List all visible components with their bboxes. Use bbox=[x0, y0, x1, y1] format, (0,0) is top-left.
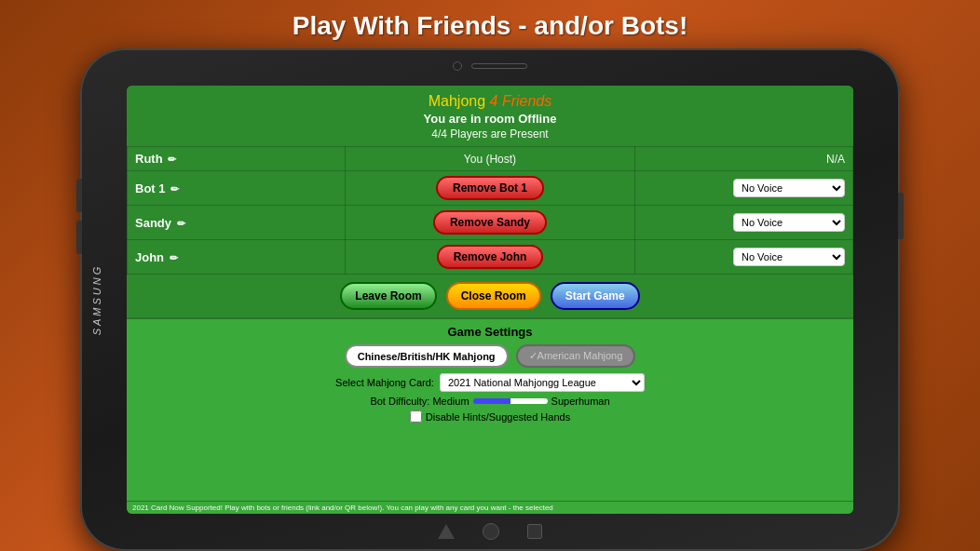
player-voice-ruth: N/A bbox=[635, 147, 853, 171]
hints-checkbox[interactable] bbox=[410, 410, 422, 423]
card-select-row: Select Mahjong Card: 2021 National Mahjo… bbox=[136, 373, 844, 392]
player-action-ruth: You (Host) bbox=[345, 147, 635, 171]
back-button[interactable] bbox=[438, 524, 455, 539]
phone-screen: Mahjong 4 Friends You are in room Offlin… bbox=[127, 86, 853, 514]
start-game-button[interactable]: Start Game bbox=[551, 282, 640, 310]
difficulty-right-label: Superhuman bbox=[551, 396, 610, 407]
app-content: Mahjong 4 Friends You are in room Offlin… bbox=[127, 86, 853, 514]
front-camera bbox=[453, 61, 462, 71]
player-action-sandy: Remove Sandy bbox=[345, 206, 635, 240]
volume-up-button[interactable] bbox=[76, 179, 82, 212]
american-mahjong-button[interactable]: ✓American Mahjong bbox=[516, 344, 636, 368]
page-title: Play With Friends - and/or Bots! bbox=[293, 0, 687, 48]
home-button[interactable] bbox=[483, 523, 499, 540]
remove-john-button[interactable]: Remove John bbox=[437, 245, 544, 269]
table-row: Bot 1 ✏ Remove Bot 1 No Voice bbox=[128, 171, 853, 206]
action-buttons-row: Leave Room Close Room Start Game bbox=[127, 275, 853, 317]
table-row: John ✏ Remove John No Voice bbox=[128, 240, 853, 275]
recents-button[interactable] bbox=[527, 524, 542, 539]
remove-bot1-button[interactable]: Remove Bot 1 bbox=[436, 176, 544, 200]
player-action-bot1: Remove Bot 1 bbox=[345, 171, 635, 206]
player-action-john: Remove John bbox=[345, 240, 635, 275]
difficulty-label: Bot Difficulty: Medium bbox=[370, 396, 469, 407]
difficulty-row: Bot Difficulty: Medium Superhuman bbox=[136, 396, 844, 407]
player-name-ruth: Ruth ✏ bbox=[128, 147, 346, 171]
voice-select-bot1[interactable]: No Voice bbox=[733, 179, 845, 197]
edit-icon-bot1[interactable]: ✏ bbox=[170, 183, 179, 195]
title-friends: 4 Friends bbox=[490, 93, 552, 109]
chinese-mahjong-button[interactable]: Chinese/British/HK Mahjong bbox=[345, 344, 509, 368]
room-info: You are in room Offline bbox=[136, 112, 844, 126]
remove-sandy-button[interactable]: Remove Sandy bbox=[433, 210, 547, 235]
edit-icon-sandy[interactable]: ✏ bbox=[177, 218, 185, 230]
host-label: You (Host) bbox=[464, 153, 516, 166]
player-name-sandy: Sandy ✏ bbox=[128, 206, 346, 240]
edit-icon-ruth[interactable]: ✏ bbox=[168, 154, 176, 166]
earpiece-speaker bbox=[471, 63, 527, 69]
hints-row: Disable Hints/Suggested Hands bbox=[136, 410, 844, 423]
bottom-note: 2021 Card Now Supported! Play with bots … bbox=[127, 501, 853, 514]
table-row: Sandy ✏ Remove Sandy No Voice bbox=[128, 206, 853, 240]
voice-select-sandy[interactable]: No Voice bbox=[733, 213, 845, 232]
close-room-button[interactable]: Close Room bbox=[446, 282, 541, 310]
top-sensors bbox=[453, 61, 527, 71]
na-text: N/A bbox=[826, 153, 845, 166]
player-voice-john: No Voice bbox=[635, 240, 853, 275]
voice-select-john[interactable]: No Voice bbox=[733, 248, 845, 266]
app-header: Mahjong 4 Friends You are in room Offlin… bbox=[127, 86, 853, 146]
power-button[interactable] bbox=[898, 193, 904, 239]
settings-section: Game Settings Chinese/British/HK Mahjong… bbox=[127, 317, 853, 501]
difficulty-slider[interactable] bbox=[473, 398, 548, 404]
app-title: Mahjong 4 Friends bbox=[136, 93, 844, 110]
player-name-john: John ✏ bbox=[128, 240, 346, 275]
leave-room-button[interactable]: Leave Room bbox=[340, 282, 436, 310]
settings-title: Game Settings bbox=[136, 325, 844, 339]
table-row: Ruth ✏ You (Host) N/A bbox=[128, 147, 853, 171]
phone-shell: SAMSUNG Mahjong 4 Friends bbox=[80, 48, 900, 551]
player-voice-bot1: No Voice bbox=[635, 171, 853, 206]
hints-label: Disable Hints/Suggested Hands bbox=[426, 411, 570, 423]
card-select-dropdown[interactable]: 2021 National Mahjongg League bbox=[440, 373, 645, 392]
card-select-label: Select Mahjong Card: bbox=[335, 377, 434, 388]
edit-icon-john[interactable]: ✏ bbox=[170, 252, 178, 264]
brand-label: SAMSUNG bbox=[91, 264, 102, 336]
title-mahjong: Mahjong bbox=[429, 93, 485, 109]
mahjong-type-row: Chinese/British/HK Mahjong ✓American Mah… bbox=[136, 344, 844, 368]
players-info: 4/4 Players are Present bbox=[136, 128, 844, 141]
phone-device: SAMSUNG Mahjong 4 Friends bbox=[80, 48, 900, 551]
player-voice-sandy: No Voice bbox=[635, 206, 853, 240]
volume-down-button[interactable] bbox=[76, 221, 82, 254]
nav-buttons bbox=[438, 523, 542, 540]
player-name-bot1: Bot 1 ✏ bbox=[128, 171, 346, 206]
players-table: Ruth ✏ You (Host) N/A Bot 1 ✏ bbox=[127, 146, 853, 275]
